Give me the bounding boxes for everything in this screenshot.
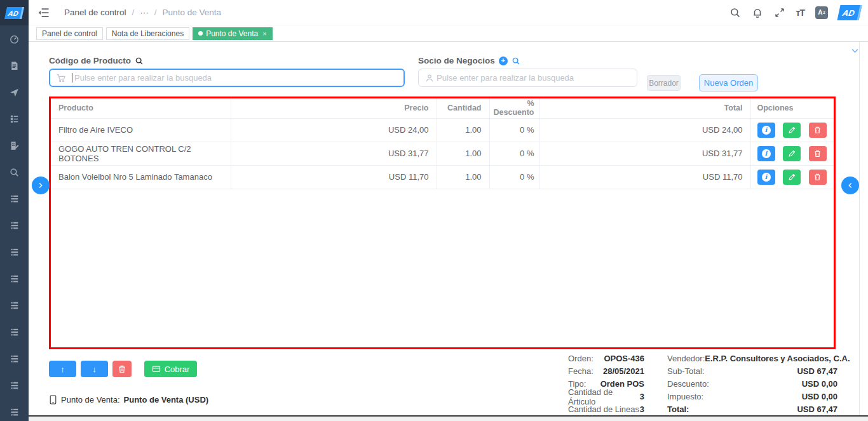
search-icon — [9, 167, 20, 178]
sidebar-item-list-8[interactable] — [0, 372, 29, 399]
pos-terminal-info: Punto de Venta: Punto de Venta (USD) — [49, 395, 208, 404]
sidebar-item-tree[interactable] — [0, 105, 29, 132]
order-lines-table: Producto Precio Cantidad % Descuento Tot… — [51, 98, 834, 189]
line-delete-button[interactable] — [809, 146, 827, 161]
list-icon — [9, 194, 20, 204]
expand-right-panel-button[interactable] — [841, 177, 859, 194]
summary-row-descuento: Descuento:USD 0,00 — [667, 377, 837, 390]
move-line-down-button[interactable]: ↓ — [81, 361, 108, 377]
summary-value: USD 67,47 — [797, 404, 837, 414]
cell-product: Balon Voleibol Nro 5 Laminado Tamanaco — [51, 165, 231, 189]
table-row[interactable]: Filtro de Aire IVECO USD 24,00 1.00 0 % … — [51, 118, 834, 142]
sidebar-item-list-7[interactable] — [0, 345, 29, 372]
line-delete-button[interactable] — [809, 123, 827, 138]
sidebar-item-send[interactable] — [0, 79, 29, 105]
product-search-icon[interactable] — [135, 57, 144, 65]
sidebar-item-list-1[interactable] — [0, 185, 29, 212]
sidebar-item-list-9[interactable] — [0, 399, 29, 421]
cobrar-button[interactable]: Cobrar — [144, 361, 197, 377]
document-edit-icon — [9, 140, 20, 151]
summary-value: 28/05/2021 — [603, 366, 644, 376]
breadcrumb-root[interactable]: Panel de control — [64, 8, 126, 17]
sidebar-item-list-2[interactable] — [0, 212, 29, 239]
header-search-button[interactable] — [729, 7, 741, 18]
col-header-precio: Precio — [231, 98, 437, 118]
line-delete-button[interactable] — [809, 170, 827, 185]
breadcrumb-ellipsis[interactable]: ··· — [140, 8, 149, 17]
tab-nota-de-liberaciones[interactable]: Nota de Liberaciones — [106, 27, 189, 40]
summary-value: USD 67,47 — [797, 366, 837, 376]
sidebar-collapse-icon[interactable] — [37, 6, 50, 19]
language-icon[interactable]: Az — [815, 6, 828, 19]
line-info-button[interactable]: i — [757, 170, 775, 185]
cell-total: USD 24,00 — [539, 118, 750, 142]
product-search-input[interactable]: Pulse enter para realizar la busqueda — [49, 69, 405, 87]
draft-button[interactable]: Borrador — [647, 75, 681, 91]
chevron-right-icon — [36, 181, 45, 190]
partner-search-input[interactable]: Pulse enter para realizar la busqueda — [418, 69, 637, 87]
sidebar-item-documents[interactable] — [0, 52, 29, 79]
pencil-icon — [788, 173, 796, 181]
table-row[interactable]: Balon Voleibol Nro 5 Laminado Tamanaco U… — [51, 165, 834, 189]
cell-product: Filtro de Aire IVECO — [51, 118, 231, 142]
breadcrumb-separator: / — [132, 8, 135, 17]
app-logo-icon: AD — [4, 7, 24, 19]
partner-input-placeholder: Pulse enter para realizar la busqueda — [437, 73, 574, 83]
app-logo[interactable]: AD — [0, 0, 29, 25]
expand-left-panel-button[interactable] — [32, 177, 50, 194]
delete-line-button[interactable] — [112, 361, 132, 377]
notifications-button[interactable] — [752, 7, 763, 18]
chevron-left-icon — [846, 181, 855, 190]
sidebar-item-list-3[interactable] — [0, 239, 29, 265]
new-order-button[interactable]: Nueva Orden — [699, 74, 758, 91]
sidebar-item-list-6[interactable] — [0, 319, 29, 345]
sidebar-item-document-edit[interactable] — [0, 132, 29, 159]
summary-value: USD 0,00 — [802, 379, 837, 389]
close-tab-icon[interactable]: × — [262, 30, 266, 37]
col-header-cantidad: Cantidad — [437, 98, 489, 118]
line-info-button[interactable]: i — [757, 123, 775, 138]
table-row[interactable]: GOGO AUTO TREN CONTROL C/2 BOTONES USD 3… — [51, 142, 834, 165]
move-line-up-button[interactable]: ↑ — [49, 361, 76, 377]
tag-tabs-bar: Panel de control Nota de Liberaciones Pu… — [29, 25, 868, 42]
summary-label: Orden: — [568, 354, 593, 363]
fullscreen-button[interactable] — [774, 7, 785, 18]
col-header-total: Total — [539, 98, 750, 118]
summary-value: E.R.P. Consultores y Asociados, C.A. — [705, 354, 850, 363]
window-bottom-strip — [29, 417, 868, 421]
chevron-down-icon[interactable] — [850, 46, 860, 55]
avatar[interactable]: AD — [837, 5, 862, 20]
partner-search-icon[interactable] — [512, 57, 520, 65]
sidebar-item-list-4[interactable] — [0, 265, 29, 292]
arrow-up-icon: ↑ — [60, 364, 65, 374]
sidebar-item-dashboard[interactable] — [0, 25, 29, 52]
trash-icon — [813, 126, 822, 134]
add-partner-icon[interactable]: + — [499, 57, 508, 65]
sidebar-item-list-5[interactable] — [0, 292, 29, 319]
language-glyph: A — [818, 9, 822, 16]
arrow-down-icon: ↓ — [92, 364, 97, 374]
sidebar-item-search[interactable] — [0, 159, 29, 185]
right-panel-divider — [859, 42, 860, 415]
list-icon — [9, 300, 20, 311]
col-header-descuento: % Descuento — [489, 98, 539, 118]
line-edit-button[interactable] — [783, 170, 801, 185]
summary-left-column: Orden:OPOS-436 Fecha:28/05/2021 Tipo:Ord… — [568, 352, 644, 416]
font-size-icon[interactable]: тT — [796, 8, 804, 18]
tab-punto-de-venta[interactable]: Punto de Venta × — [193, 27, 273, 40]
line-info-button[interactable]: i — [757, 146, 775, 161]
breadcrumb-current: Punto de Venta — [163, 8, 221, 17]
breadcrumb: Panel de control / ··· / Punto de Venta — [64, 8, 221, 17]
line-edit-button[interactable] — [783, 146, 801, 161]
business-partner-label: Socio de Negocios + — [418, 56, 520, 65]
info-icon: i — [762, 149, 771, 158]
pos-device-icon — [49, 395, 57, 404]
tab-panel-de-control[interactable]: Panel de control — [36, 27, 103, 40]
order-summary: Orden:OPOS-436 Fecha:28/05/2021 Tipo:Ord… — [568, 352, 837, 416]
line-edit-button[interactable] — [783, 123, 801, 138]
trash-icon — [118, 364, 126, 373]
list-icon — [9, 274, 20, 284]
summary-value: 3 — [640, 404, 644, 414]
summary-label: Vendedor: — [667, 354, 705, 363]
summary-label: Sub-Total: — [667, 366, 705, 376]
